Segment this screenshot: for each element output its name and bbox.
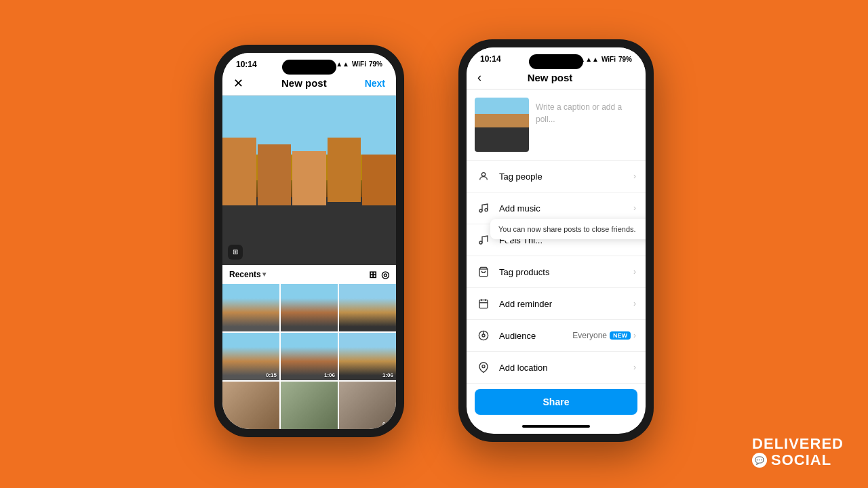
feels-this-icon	[476, 232, 491, 247]
brand-chat-icon	[752, 453, 767, 468]
tag-products-icon	[476, 264, 491, 279]
add-music-icon	[476, 201, 491, 216]
tag-people-icon	[476, 169, 491, 184]
add-reminder-icon	[476, 296, 491, 311]
building-5	[362, 155, 396, 205]
grid-icon[interactable]: ⊞	[369, 269, 377, 280]
close-button[interactable]: ✕	[233, 76, 243, 91]
photo-grid: 0:15 1:06 1:06 0:53	[222, 284, 396, 429]
option-tag-products[interactable]: Tag products ›	[467, 256, 646, 288]
grid-time-4: 0:15	[266, 372, 277, 378]
main-photo: ⊞	[222, 96, 396, 265]
caption-area[interactable]: Write a caption or add a poll...	[536, 98, 637, 152]
grid-item-4[interactable]: 0:15	[222, 333, 279, 380]
thumbnail-image	[475, 98, 529, 152]
recents-label[interactable]: Recents	[229, 270, 261, 279]
option-audience[interactable]: Audience Everyone NEW ›	[467, 320, 646, 352]
wifi-icon: WiFi	[352, 60, 366, 68]
share-button[interactable]: Share	[475, 389, 637, 415]
buildings	[222, 138, 396, 205]
phone-1: 10:14 ▲▲▲ WiFi 79% ✕ New post Next	[214, 45, 404, 437]
building-1	[222, 138, 256, 205]
tooltip-text: You can now share posts to close friends…	[498, 225, 636, 233]
time-2: 10:14	[480, 54, 501, 64]
add-location-label: Add location	[499, 363, 633, 373]
next-button[interactable]: Next	[365, 78, 385, 89]
svg-point-3	[479, 241, 482, 244]
svg-rect-5	[479, 300, 488, 308]
option-feels-this[interactable]: Feels Thi... You can now share posts to …	[467, 224, 646, 256]
grid-item-7[interactable]	[222, 382, 279, 429]
option-add-location[interactable]: Add location ›	[467, 352, 646, 384]
audience-badge: NEW	[610, 331, 631, 340]
expand-icon[interactable]: ⊞	[228, 245, 243, 260]
wifi-icon-2: WiFi	[601, 56, 616, 63]
branding: DELIVERED SOCIAL	[752, 436, 844, 469]
audience-chevron: ›	[633, 331, 636, 340]
nav-title-1: New post	[281, 77, 327, 89]
recents-bar: Recents ▾ ⊞ ◎	[222, 265, 396, 284]
option-tag-people[interactable]: Tag people ›	[467, 161, 646, 192]
grid-time-5: 1:06	[324, 372, 335, 378]
street-scene	[222, 96, 396, 265]
add-reminder-label: Add reminder	[499, 299, 633, 309]
phone-2: 10:14 ▲▲▲ WiFi 79% ‹ New post	[458, 39, 654, 442]
nav-bar-2: ‹ New post	[467, 66, 646, 89]
svg-point-1	[479, 209, 482, 212]
grid-time-9: 0:53	[382, 421, 393, 427]
battery-icon: 79%	[369, 60, 382, 68]
add-reminder-chevron: ›	[633, 299, 636, 308]
audience-value: Everyone	[572, 331, 607, 340]
svg-point-12	[482, 365, 485, 368]
add-location-chevron: ›	[633, 363, 636, 372]
audience-icon	[476, 328, 491, 343]
status-icons-2: ▲▲▲ WiFi 79%	[578, 56, 632, 63]
tag-people-label: Tag people	[499, 171, 633, 182]
grid-item-5[interactable]: 1:06	[281, 333, 338, 380]
building-2	[258, 144, 292, 205]
tooltip-close-friends: You can now share posts to close friends…	[490, 219, 646, 239]
building-4	[328, 138, 361, 202]
grid-item-6[interactable]: 1:06	[339, 333, 396, 380]
tag-products-chevron: ›	[633, 267, 636, 277]
back-button[interactable]: ‹	[477, 70, 481, 85]
dynamic-island-2	[529, 54, 583, 69]
grid-item-8[interactable]	[281, 382, 338, 429]
post-thumbnail[interactable]	[475, 98, 529, 152]
camera-icon[interactable]: ◎	[381, 269, 389, 280]
tag-products-label: Tag products	[499, 267, 633, 277]
time-1: 10:14	[236, 60, 257, 69]
tag-people-chevron: ›	[633, 171, 636, 181]
svg-point-2	[485, 209, 488, 211]
battery-icon-2: 79%	[618, 56, 632, 63]
grid-item-3[interactable]	[339, 284, 396, 331]
caption-placeholder: Write a caption or add a poll...	[536, 102, 622, 124]
add-music-chevron: ›	[633, 203, 636, 213]
home-bar-2	[522, 425, 590, 428]
brand-social: SOCIAL	[752, 451, 844, 469]
grid-time-6: 1:06	[382, 372, 393, 378]
add-music-label: Add music	[499, 203, 633, 214]
home-indicator-2	[467, 420, 646, 432]
brand-delivered: DELIVERED	[752, 436, 844, 451]
grid-item-9[interactable]: 0:53	[339, 382, 396, 429]
building-3	[292, 151, 326, 205]
recents-icons: ⊞ ◎	[369, 269, 389, 280]
brand-social-text: SOCIAL	[771, 451, 831, 469]
audience-label: Audience	[499, 331, 572, 341]
post-photo-area: Write a caption or add a poll...	[467, 89, 646, 161]
grid-item-1[interactable]	[222, 284, 279, 331]
dynamic-island-1	[282, 60, 336, 75]
svg-point-10	[482, 334, 485, 337]
grid-item-2[interactable]	[281, 284, 338, 331]
nav-title-2: New post	[528, 72, 573, 83]
nav-bar-1: ✕ New post Next	[222, 72, 396, 96]
status-icons-1: ▲▲▲ WiFi 79%	[329, 60, 382, 68]
add-location-icon	[476, 360, 491, 375]
svg-point-0	[481, 173, 485, 176]
options-list: Tag people › Add music ›	[467, 161, 646, 384]
recents-chevron: ▾	[262, 270, 266, 278]
option-add-reminder[interactable]: Add reminder ›	[467, 288, 646, 320]
